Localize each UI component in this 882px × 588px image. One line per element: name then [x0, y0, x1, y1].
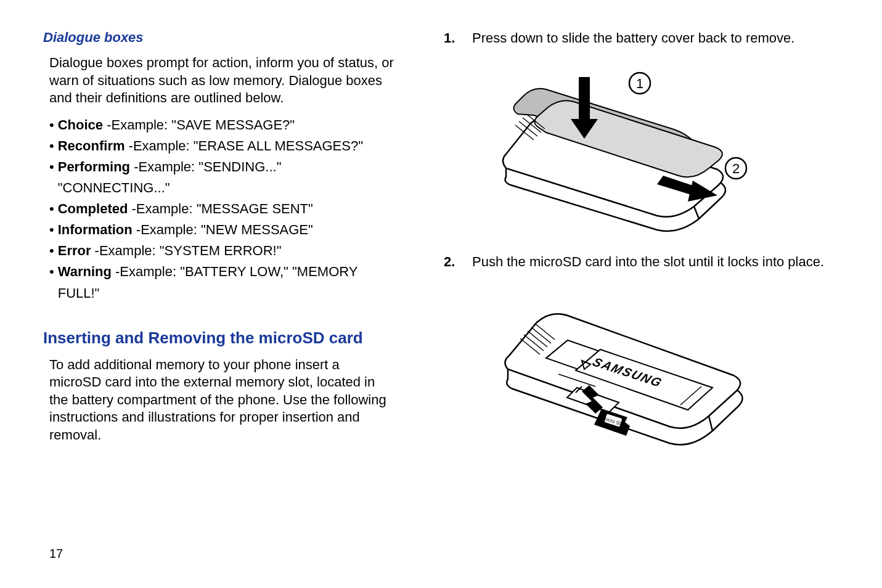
- svg-rect-0: [579, 77, 590, 120]
- right-column: 1. Press down to slide the battery cover…: [444, 30, 839, 570]
- dialogue-bullet-list: • Choice -Example: "SAVE MESSAGE?" • Rec…: [43, 115, 394, 304]
- bullet-dot-icon: •: [49, 261, 54, 282]
- svg-line-16: [528, 331, 547, 347]
- bullet-rest: -Example: "NEW MESSAGE": [133, 222, 313, 237]
- step-number: 1.: [444, 30, 472, 46]
- bullet-label: Warning: [58, 264, 112, 279]
- bullet-item: • Reconfirm -Example: "ERASE ALL MESSAGE…: [49, 136, 394, 157]
- bullet-rest: -Example: "SYSTEM ERROR!": [91, 243, 282, 258]
- bullet-rest: -Example: "ERASE ALL MESSAGES?": [125, 138, 364, 153]
- left-column: Dialogue boxes Dialogue boxes prompt for…: [43, 30, 394, 570]
- bullet-label: Information: [58, 222, 133, 237]
- microsd-section-heading: Inserting and Removing the microSD card: [43, 329, 394, 348]
- bullet-rest: -Example: "MESSAGE SENT": [128, 201, 312, 216]
- bullet-item: • Warning -Example: "BATTERY LOW," "MEMO…: [49, 261, 394, 303]
- step-number: 2.: [444, 254, 472, 270]
- bullet-label: Error: [58, 243, 91, 258]
- step-2: 2. Push the microSD card into the slot u…: [444, 253, 839, 271]
- svg-marker-3: [688, 181, 717, 202]
- step-1: 1. Press down to slide the battery cover…: [444, 30, 839, 47]
- bullet-rest: -Example: "SAVE MESSAGE?": [103, 117, 295, 133]
- bullet-item: • Choice -Example: "SAVE MESSAGE?": [49, 115, 394, 136]
- svg-line-6: [515, 125, 534, 140]
- bullet-label: Performing: [58, 159, 130, 174]
- svg-line-17: [531, 327, 551, 343]
- bullet-item: • Performing -Example: "SENDING..." "CON…: [49, 157, 394, 198]
- bullet-item: • Information -Example: "NEW MESSAGE": [49, 219, 394, 240]
- microsd-section-body: To add additional memory to your phone i…: [43, 356, 394, 444]
- dialogue-boxes-intro: Dialogue boxes prompt for action, inform…: [43, 54, 394, 107]
- bullet-label: Choice: [58, 117, 103, 133]
- svg-line-14: [520, 338, 540, 354]
- bullet-label: Completed: [58, 201, 128, 216]
- figure1-label-2: 2: [732, 161, 740, 176]
- figure-2-microsd-insert: SAMSUNG micro SD: [472, 282, 839, 473]
- svg-line-15: [524, 335, 544, 351]
- bullet-dot-icon: •: [49, 240, 54, 261]
- bullet-dot-icon: •: [49, 198, 54, 219]
- bullet-item: • Error -Example: "SYSTEM ERROR!": [49, 240, 394, 261]
- figure-1-battery-cover: 1 2: [472, 59, 839, 237]
- dialogue-boxes-subheading: Dialogue boxes: [43, 30, 394, 46]
- bullet-dot-icon: •: [49, 136, 54, 157]
- figure1-label-1: 1: [636, 76, 643, 91]
- bullet-dot-icon: •: [49, 157, 54, 178]
- page-number: 17: [49, 547, 63, 561]
- step-text: Push the microSD card into the slot unti…: [472, 253, 824, 271]
- svg-line-18: [535, 324, 555, 340]
- bullet-label: Reconfirm: [58, 138, 125, 153]
- bullet-item: • Completed -Example: "MESSAGE SENT": [49, 198, 394, 219]
- step-text: Press down to slide the battery cover ba…: [472, 30, 794, 47]
- bullet-dot-icon: •: [49, 219, 54, 240]
- bullet-dot-icon: •: [49, 115, 54, 136]
